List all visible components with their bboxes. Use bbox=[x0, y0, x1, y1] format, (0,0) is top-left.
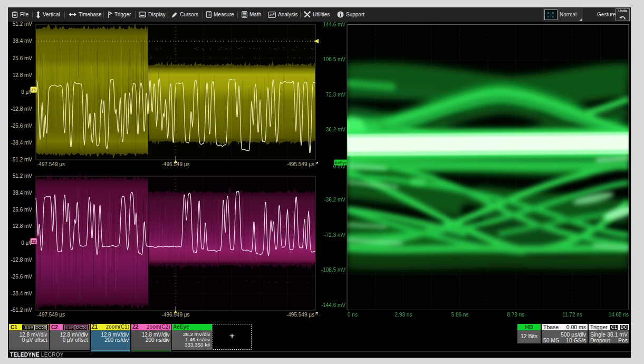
svg-text:-495.549 µs: -495.549 µs bbox=[286, 161, 314, 167]
svg-text:12.8 mV: 12.8 mV bbox=[13, 223, 33, 229]
svg-text:-51.2 mV: -51.2 mV bbox=[11, 157, 32, 162]
svg-text:-497.549 µs: -497.549 µs bbox=[37, 161, 65, 167]
svg-text:36.2 mV: 36.2 mV bbox=[326, 127, 346, 132]
svg-text:-72.3 mV: -72.3 mV bbox=[324, 232, 345, 238]
svg-text:AeEye: AeEye bbox=[335, 160, 347, 165]
svg-text:-38.4 mV: -38.4 mV bbox=[11, 140, 32, 146]
svg-text:144.6 mV: 144.6 mV bbox=[323, 22, 345, 27]
svg-text:-51.2 mV: -51.2 mV bbox=[11, 307, 32, 313]
svg-text:-36.2 mV: -36.2 mV bbox=[324, 197, 345, 203]
svg-text:14.65 ns: 14.65 ns bbox=[609, 312, 629, 318]
svg-text:8.79 ns: 8.79 ns bbox=[507, 312, 525, 318]
svg-text:2.93 ns: 2.93 ns bbox=[395, 312, 412, 318]
svg-text:-12.8 mV: -12.8 mV bbox=[11, 106, 32, 112]
svg-text:12.8 mV: 12.8 mV bbox=[13, 72, 33, 78]
svg-text:0 µV: 0 µV bbox=[21, 89, 32, 95]
svg-text:38.4 mV: 38.4 mV bbox=[13, 190, 33, 196]
svg-text:5.86 ns: 5.86 ns bbox=[451, 312, 469, 318]
svg-text:-144.6 mV: -144.6 mV bbox=[321, 302, 345, 308]
svg-text:25.6 mV: 25.6 mV bbox=[13, 55, 33, 61]
svg-text:0 ns: 0 ns bbox=[348, 312, 358, 318]
svg-text:72.3 mV: 72.3 mV bbox=[326, 92, 346, 98]
svg-text:0 µV: 0 µV bbox=[21, 240, 32, 246]
svg-text:-497.549 µs: -497.549 µs bbox=[37, 312, 65, 318]
svg-text:-495.549 µs: -495.549 µs bbox=[286, 312, 314, 318]
svg-text:-12.8 mV: -12.8 mV bbox=[11, 257, 32, 263]
svg-text:25.6 mV: 25.6 mV bbox=[13, 207, 33, 213]
svg-text:-25.6 mV: -25.6 mV bbox=[11, 274, 32, 280]
svg-text:51.2 mV: 51.2 mV bbox=[13, 21, 33, 27]
svg-text:-38.4 mV: -38.4 mV bbox=[11, 291, 32, 296]
svg-text:11.72 ns: 11.72 ns bbox=[562, 312, 582, 318]
svg-text:-108.5 mV: -108.5 mV bbox=[321, 267, 345, 273]
svg-text:108.5 mV: 108.5 mV bbox=[323, 56, 345, 62]
svg-text:-25.6 mV: -25.6 mV bbox=[11, 123, 32, 129]
svg-text:51.2 mV: 51.2 mV bbox=[13, 173, 33, 179]
svg-text:38.4 mV: 38.4 mV bbox=[13, 38, 33, 44]
